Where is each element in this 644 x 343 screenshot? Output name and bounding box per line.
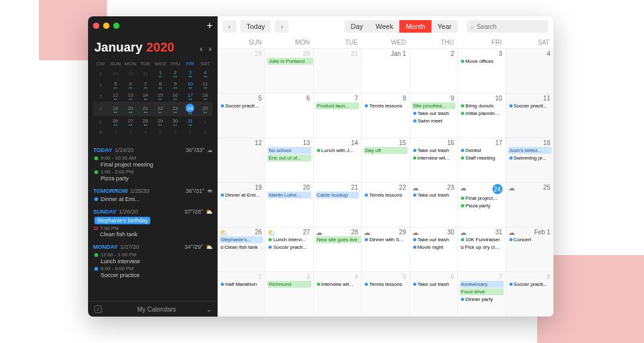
calendar-event[interactable]: Lunch with J... <box>316 147 359 154</box>
calendar-event[interactable]: Lunch intervi... <box>267 236 311 243</box>
calendar-event[interactable]: Cable hookup <box>316 192 359 199</box>
calendar-event[interactable]: 10K Fundraiser <box>460 236 503 243</box>
calendar-event[interactable]: Day off <box>364 147 407 154</box>
mini-calendar[interactable]: CWSUNMONTUEWEDTHUFRISAT12930311234256789… <box>88 57 218 142</box>
calendar-event[interactable]: Take out trash <box>412 281 455 288</box>
day-cell[interactable]: 15Day off <box>362 138 409 182</box>
day-cell[interactable]: 2 <box>410 49 458 93</box>
calendar-event[interactable]: Richmond <box>267 281 311 288</box>
day-cell[interactable]: ☁Feb 1Concert <box>506 227 553 271</box>
day-cell[interactable]: 30Julie in Portland <box>265 49 313 93</box>
agenda-event[interactable]: 12:00 - 1:00 PMLunch interview <box>93 251 213 265</box>
calendar-event[interactable]: No school <box>267 147 311 154</box>
calendar-event[interactable]: Pick up dry cl... <box>460 244 503 251</box>
calendars-checkbox[interactable]: ✓ <box>94 305 102 313</box>
calendar-event[interactable]: Swimming pr... <box>508 155 552 161</box>
day-cell[interactable]: 19Dinner at Emi... <box>218 183 265 227</box>
today-button[interactable]: Today <box>240 20 271 33</box>
agenda-event[interactable]: 7:00 PMClean fish tank <box>93 225 213 239</box>
next-button[interactable]: › <box>275 20 289 33</box>
day-cell[interactable]: 6Take out trash <box>410 272 458 316</box>
day-cell[interactable]: 11Soccer practi... <box>506 94 553 138</box>
day-cell[interactable]: 6 <box>265 94 313 138</box>
calendar-event[interactable]: Site proofrea... <box>412 102 455 109</box>
calendar-event[interactable]: Product laun... <box>316 102 359 109</box>
view-tab-month[interactable]: Month <box>399 20 431 33</box>
calendar-event[interactable]: Staff meeting <box>460 155 503 161</box>
day-cell[interactable]: 18Josh's birthd...Swimming pr... <box>506 138 553 182</box>
calendar-event[interactable]: Stephanie's... <box>219 236 263 243</box>
calendar-event[interactable]: Julie in Portland <box>267 58 313 65</box>
day-cell[interactable]: 14Lunch with J... <box>314 138 362 182</box>
calendar-event[interactable]: Josh's birthd... <box>508 147 552 154</box>
calendar-event[interactable]: Final project... <box>460 195 503 202</box>
day-cell[interactable]: ⛅26Stephanie's...Clean fish tank <box>218 227 265 271</box>
day-cell[interactable]: 10Bring donutsInitial plannin... <box>458 94 506 138</box>
day-cell[interactable]: ⛅27Lunch intervi...Soccer practi... <box>265 227 313 271</box>
day-cell[interactable]: 17DentistStaff meeting <box>458 138 506 182</box>
day-cell[interactable]: 21Cable hookup <box>314 183 362 227</box>
day-cell[interactable]: ☁28New site goes live <box>314 227 362 271</box>
calendar-event[interactable]: Food drive <box>460 288 503 295</box>
search-input[interactable]: ⌕ <box>467 20 548 33</box>
view-tab-day[interactable]: Day <box>345 20 370 33</box>
day-cell[interactable]: 9Site proofrea...Take out trashSwim meet <box>410 94 458 138</box>
calendar-event[interactable]: Dinner at Emi... <box>219 192 263 199</box>
my-calendars-label[interactable]: My Calendars <box>137 306 176 313</box>
calendar-event[interactable]: Tennis lessons <box>364 281 407 288</box>
day-cell[interactable]: 3Richmond <box>265 272 313 316</box>
day-cell[interactable]: ☁3110K FundraiserPick up dry cl... <box>458 227 506 271</box>
close-icon[interactable] <box>93 23 99 29</box>
calendar-event[interactable]: Clean fish tank <box>219 244 263 251</box>
agenda-event[interactable]: 6:00 - 8:00 PMSoccer practice <box>93 265 213 279</box>
calendar-event[interactable]: Take out trash <box>412 110 455 117</box>
calendar-event[interactable]: Movie night <box>412 244 455 251</box>
calendar-event[interactable]: Initial plannin... <box>460 110 503 117</box>
calendar-event[interactable]: Bring donuts <box>460 102 503 109</box>
day-cell[interactable]: 8Soccer practi... <box>506 272 553 316</box>
day-cell[interactable]: ☁30Take out trashMovie night <box>410 227 458 271</box>
view-tab-year[interactable]: Year <box>431 20 458 33</box>
agenda-event[interactable]: 9:00 - 10:30 AMFinal project meeting <box>93 155 213 168</box>
search-field[interactable] <box>477 23 545 30</box>
agenda-event[interactable]: Stephanie's birthday <box>93 216 213 225</box>
calendar-event[interactable]: Interview wit... <box>316 281 359 288</box>
calendar-event[interactable]: Soccer practi... <box>267 244 311 251</box>
next-month-button[interactable]: › <box>209 45 211 53</box>
day-cell[interactable]: 3Move offices <box>458 49 506 93</box>
day-cell[interactable]: 16Take out trashInterview wit... <box>410 138 458 182</box>
calendar-event[interactable]: Tennis lessons <box>364 192 407 199</box>
calendar-event[interactable]: Dinner party <box>460 296 503 303</box>
calendar-event[interactable]: Half Marathon <box>219 281 263 288</box>
maximize-icon[interactable] <box>113 23 119 29</box>
day-cell[interactable]: 7AnniversaryFood driveDinner party <box>458 272 506 316</box>
day-cell[interactable]: 31 <box>314 49 362 93</box>
calendar-event[interactable]: Concert <box>508 236 552 243</box>
day-cell[interactable]: 7Product laun... <box>314 94 362 138</box>
day-cell[interactable]: 12 <box>218 138 265 182</box>
day-cell[interactable]: 5Soccer practi... <box>218 94 265 138</box>
day-cell[interactable]: 4Interview wit... <box>314 272 362 316</box>
calendar-event[interactable]: Eric out of of... <box>267 155 311 161</box>
day-cell[interactable]: 2Half Marathon <box>218 272 265 316</box>
calendar-event[interactable]: Soccer practi... <box>219 102 263 109</box>
prev-month-button[interactable]: ‹ <box>200 45 203 53</box>
calendar-event[interactable]: Swim meet <box>412 117 455 124</box>
calendar-event[interactable]: Tennis lessons <box>364 102 407 109</box>
day-cell[interactable]: ☁29Dinner with S... <box>362 227 409 271</box>
add-event-button[interactable]: + <box>207 20 213 31</box>
calendar-event[interactable]: Martin Luthe... <box>267 192 311 199</box>
day-cell[interactable]: 8Tennis lessons <box>362 94 409 138</box>
day-cell[interactable]: 29 <box>218 49 265 93</box>
agenda-event[interactable]: 1:00 - 2:00 PMPizza party <box>93 168 213 182</box>
minimize-icon[interactable] <box>103 23 109 29</box>
calendar-event[interactable]: Pizza party <box>460 202 503 209</box>
day-cell[interactable]: ☁25 <box>506 183 553 227</box>
prev-button[interactable]: ‹ <box>223 20 236 33</box>
calendar-event[interactable]: Take out trash <box>412 192 455 199</box>
agenda-event[interactable]: Dinner at Emi... <box>93 195 213 204</box>
day-cell[interactable]: ☁24Final project...Pizza party <box>458 183 506 227</box>
calendar-event[interactable]: Dentist <box>460 147 503 154</box>
day-cell[interactable]: 13No schoolEric out of of... <box>265 138 313 182</box>
day-cell[interactable]: ☁23Take out trash <box>410 183 458 227</box>
